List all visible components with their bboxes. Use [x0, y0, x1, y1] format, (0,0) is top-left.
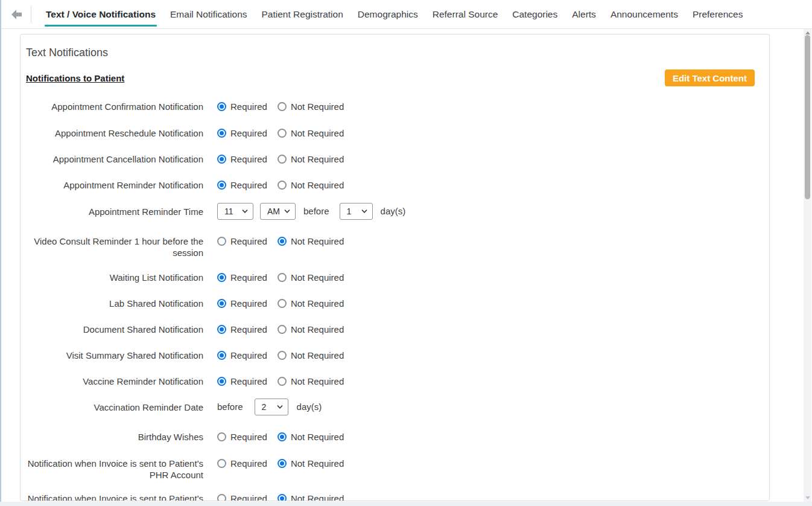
setting-row: Vaccine Reminder NotificationRequiredNot… [26, 376, 764, 387]
vertical-scrollbar[interactable] [804, 29, 811, 502]
not-required-option[interactable]: Not Required [278, 272, 344, 283]
radio-icon [217, 494, 226, 501]
tab-categories[interactable]: Categories [505, 0, 565, 28]
radio-group: RequiredNot Required [217, 324, 344, 335]
not-required-option[interactable]: Not Required [278, 350, 344, 361]
window-left-edge [0, 0, 1, 502]
radio-icon [278, 432, 287, 441]
not-required-option[interactable]: Not Required [278, 179, 344, 191]
back-button[interactable] [7, 5, 27, 24]
row-label: Appointment Confirmation Notification [26, 101, 217, 112]
days-select[interactable]: 1 [340, 203, 373, 220]
radio-option-label: Required [230, 324, 267, 335]
not-required-option[interactable]: Not Required [278, 298, 344, 309]
section-header-row: Notifications to Patient Edit Text Conte… [26, 69, 764, 86]
tab-announcements[interactable]: Announcements [603, 0, 685, 28]
radio-icon [278, 299, 287, 308]
tab-demographics[interactable]: Demographics [350, 0, 425, 28]
not-required-option[interactable]: Not Required [278, 101, 344, 112]
not-required-option[interactable]: Not Required [278, 493, 344, 501]
days-suffix-label: day(s) [297, 399, 322, 415]
required-option[interactable]: Required [217, 493, 267, 501]
row-label: Vaccination Reminder Date [26, 402, 217, 413]
radio-group: RequiredNot Required [217, 101, 344, 112]
tab-preferences[interactable]: Preferences [685, 0, 750, 28]
radio-option-label: Not Required [291, 127, 344, 139]
radio-option-label: Not Required [291, 235, 344, 247]
setting-row: Visit Summary Shared NotificationRequire… [26, 350, 764, 361]
radio-option-label: Required [230, 179, 267, 191]
row-label: Appointment Cancellation Notification [26, 153, 217, 165]
setting-row: Appointment Reschedule NotificationRequi… [26, 127, 764, 139]
required-option[interactable]: Required [217, 431, 267, 443]
tabbar-divider [31, 6, 31, 22]
required-option[interactable]: Required [217, 127, 267, 139]
radio-icon [278, 129, 287, 138]
not-required-option[interactable]: Not Required [278, 458, 344, 469]
radio-group: RequiredNot Required [217, 153, 344, 165]
reminder-controls: before2day(s) [217, 399, 322, 415]
required-option[interactable]: Required [217, 376, 267, 387]
scroll-down-arrow-icon[interactable] [804, 495, 811, 501]
radio-option-label: Not Required [291, 431, 344, 443]
edit-text-content-button[interactable]: Edit Text Content [665, 69, 755, 86]
radio-group: RequiredNot Required [217, 179, 344, 191]
setting-row: Waiting List NotificationRequiredNot Req… [26, 272, 764, 283]
required-option[interactable]: Required [217, 179, 267, 191]
radio-group: RequiredNot Required [217, 127, 344, 139]
setting-row: Lab Shared NotificationRequiredNot Requi… [26, 298, 764, 309]
radio-option-label: Required [230, 431, 267, 443]
required-option[interactable]: Required [217, 235, 267, 247]
not-required-option[interactable]: Not Required [278, 431, 344, 443]
not-required-option[interactable]: Not Required [278, 376, 344, 387]
required-option[interactable]: Required [217, 350, 267, 361]
row-label: Vaccine Reminder Notification [26, 376, 217, 387]
setting-row: Appointment Cancellation NotificationReq… [26, 153, 764, 165]
select-value: 11 [224, 207, 233, 216]
radio-icon [217, 155, 226, 164]
not-required-option[interactable]: Not Required [278, 127, 344, 139]
tab-text-voice-notifications[interactable]: Text / Voice Notifications [39, 0, 163, 28]
back-arrow-icon [11, 9, 23, 20]
select-value: AM [267, 207, 280, 216]
radio-option-label: Required [230, 235, 267, 247]
required-option[interactable]: Required [217, 153, 267, 165]
chevron-down-icon [277, 405, 283, 409]
hour-select[interactable]: 11 [217, 203, 253, 220]
days-select[interactable]: 2 [255, 399, 288, 415]
row-label: Waiting List Notification [26, 272, 217, 283]
not-required-option[interactable]: Not Required [278, 324, 344, 335]
not-required-option[interactable]: Not Required [278, 235, 344, 247]
required-option[interactable]: Required [217, 298, 267, 309]
tab-email-notifications[interactable]: Email Notifications [163, 0, 255, 28]
radio-group: RequiredNot Required [217, 350, 344, 361]
radio-icon [217, 377, 226, 386]
row-label: Appointment Reschedule Notification [26, 127, 217, 139]
tab-referral-source[interactable]: Referral Source [425, 0, 506, 28]
radio-group: RequiredNot Required [217, 431, 344, 443]
setting-row: Video Consult Reminder 1 hour before the… [26, 235, 764, 258]
radio-option-label: Required [230, 458, 267, 469]
radio-option-label: Not Required [291, 493, 344, 501]
row-label: Notification when Invoice is sent to Pat… [26, 458, 217, 481]
tab-bar: Text / Voice NotificationsEmail Notifica… [0, 0, 812, 29]
required-option[interactable]: Required [217, 324, 267, 335]
radio-option-label: Not Required [291, 179, 344, 191]
radio-option-label: Required [230, 376, 267, 387]
radio-icon [217, 237, 226, 246]
radio-option-label: Not Required [291, 458, 344, 469]
meridiem-select[interactable]: AM [260, 203, 296, 220]
tab-patient-registration[interactable]: Patient Registration [255, 0, 350, 28]
not-required-option[interactable]: Not Required [278, 153, 344, 165]
required-option[interactable]: Required [217, 101, 267, 112]
tab-alerts[interactable]: Alerts [565, 0, 603, 28]
radio-option-label: Not Required [291, 101, 344, 112]
required-option[interactable]: Required [217, 272, 267, 283]
radio-group: RequiredNot Required [217, 458, 344, 469]
radio-option-label: Required [230, 101, 267, 112]
scrollbar-thumb[interactable] [805, 35, 810, 199]
radio-icon [217, 181, 226, 190]
required-option[interactable]: Required [217, 458, 267, 469]
radio-icon [217, 432, 226, 441]
radio-icon [278, 155, 287, 164]
